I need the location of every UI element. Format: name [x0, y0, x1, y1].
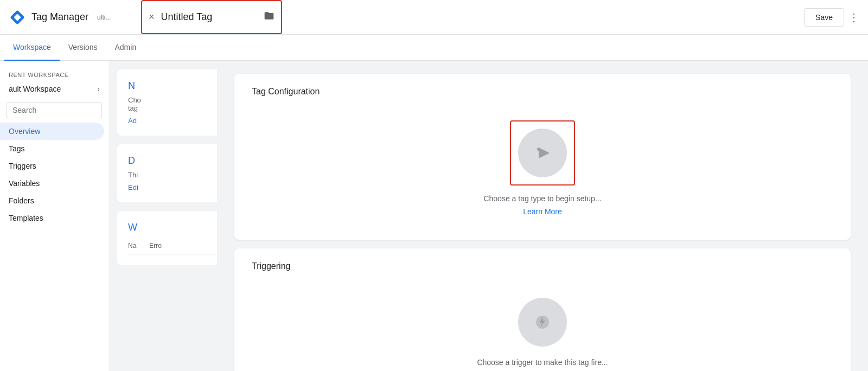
- tag-icon-circle: [518, 129, 567, 177]
- behind-col-error: Erro: [149, 242, 162, 250]
- folder-icon: [264, 10, 275, 24]
- triggering-card: Triggering Choose a trigger to make t: [234, 248, 851, 371]
- behind-col-name: Na: [128, 242, 136, 250]
- save-button[interactable]: Save: [804, 8, 844, 27]
- tag-config-title: Tag Configuration: [252, 87, 833, 97]
- sub-nav: Workspace Versions Admin: [0, 35, 868, 61]
- triggering-title: Triggering: [252, 261, 833, 271]
- more-menu-button[interactable]: ⋮: [848, 11, 859, 24]
- tab-admin[interactable]: Admin: [106, 35, 145, 61]
- tag-config-card: Tag Configuration Choose a tag type t: [234, 74, 851, 240]
- tab-workspace[interactable]: Workspace: [4, 35, 60, 61]
- behind-panel-1-link[interactable]: Ad: [128, 117, 137, 125]
- app-title: Tag Manager: [31, 11, 88, 23]
- tag-config-hint: Choose a tag type to begin setup...: [483, 194, 601, 203]
- tag-title: Untitled Tag: [161, 11, 259, 23]
- top-bar: Tag Manager ulti... × Untitled Tag Save …: [0, 0, 868, 35]
- sidebar-item-tags[interactable]: Tags: [0, 140, 104, 157]
- tag-shape-icon: [529, 139, 556, 167]
- top-bar-actions: Save ⋮: [804, 8, 868, 27]
- triggering-hint: Choose a trigger to make this tag fire..…: [477, 358, 608, 367]
- tag-config-learn-more[interactable]: Learn More: [523, 207, 562, 216]
- sidebar-item-templates[interactable]: Templates: [0, 209, 104, 227]
- gtm-logo: [9, 9, 26, 26]
- tag-editor-header: × Untitled Tag: [141, 0, 282, 34]
- main-layout: RENT WORKSPACE ault Workspace › Overview…: [0, 61, 868, 371]
- sidebar: RENT WORKSPACE ault Workspace › Overview…: [0, 61, 108, 371]
- account-info: ulti...: [97, 14, 111, 21]
- tab-versions[interactable]: Versions: [60, 35, 106, 61]
- trigger-shape-icon: [529, 309, 556, 336]
- chevron-right-icon: ›: [97, 85, 100, 93]
- tag-config-body: Choose a tag type to begin setup... Lear…: [252, 110, 833, 227]
- tag-type-selector[interactable]: [510, 120, 575, 186]
- behind-overlay: N Cho tag Ad D Thi Edi W Na Erro Tag Con…: [108, 61, 868, 371]
- sidebar-item-overview[interactable]: Overview: [0, 123, 104, 140]
- sidebar-item-triggers[interactable]: Triggers: [0, 157, 104, 175]
- tag-editor-panel: Tag Configuration Choose a tag type t: [217, 61, 868, 371]
- workspace-item[interactable]: ault Workspace ›: [0, 80, 108, 98]
- sidebar-section-label: RENT WORKSPACE: [0, 67, 108, 80]
- trigger-icon-circle: [518, 298, 567, 347]
- sidebar-item-variables[interactable]: Variables: [0, 175, 104, 192]
- search-input[interactable]: [7, 102, 102, 118]
- close-icon[interactable]: ×: [149, 11, 155, 23]
- top-bar-left: Tag Manager ulti...: [0, 9, 141, 26]
- svg-point-4: [537, 148, 540, 151]
- workspace-label: ault Workspace: [9, 85, 61, 93]
- triggering-body: Choose a trigger to make this tag fire..…: [252, 284, 833, 371]
- trigger-icon-wrapper[interactable]: [515, 295, 570, 349]
- sidebar-item-folders[interactable]: Folders: [0, 192, 104, 209]
- behind-panel-2-link[interactable]: Edi: [128, 183, 138, 191]
